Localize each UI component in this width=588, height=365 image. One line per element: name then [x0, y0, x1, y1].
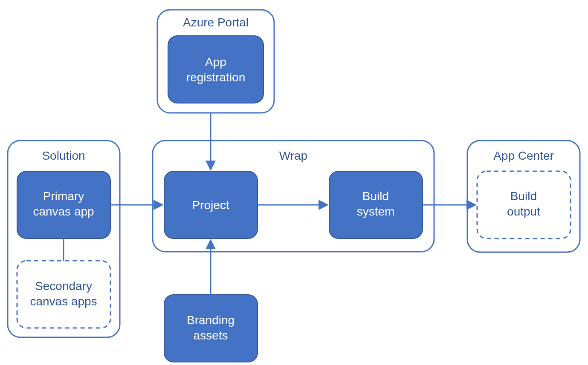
- group-solution-title: Solution: [42, 149, 85, 162]
- node-build-output-line1: Build: [510, 190, 537, 203]
- group-azure-portal-title: Azure Portal: [183, 16, 249, 29]
- group-app-center: App Center Build output: [467, 141, 580, 252]
- node-build-output: Build output: [477, 171, 571, 239]
- node-primary-line1: Primary: [43, 190, 84, 203]
- group-azure-portal: Azure Portal App registration: [157, 10, 274, 113]
- node-app-registration-line1: App: [205, 55, 226, 69]
- node-secondary-canvas-apps: Secondary canvas apps: [17, 261, 110, 328]
- node-branding-line2: assets: [194, 329, 228, 342]
- svg-rect-4: [17, 261, 110, 328]
- architecture-diagram: Azure Portal App registration Solution P…: [0, 0, 588, 365]
- group-wrap-title: Wrap: [279, 149, 307, 162]
- svg-rect-10: [164, 295, 258, 362]
- group-wrap: Wrap Project Build system: [153, 141, 434, 252]
- node-build-output-line2: output: [507, 205, 540, 218]
- node-project: Project: [164, 171, 258, 239]
- node-branding-assets: Branding assets: [164, 295, 258, 362]
- group-app-center-title: App Center: [493, 149, 554, 162]
- node-primary-line2: canvas app: [33, 205, 94, 218]
- node-secondary-line2: canvas apps: [30, 295, 97, 308]
- node-build-system-line1: Build: [362, 190, 389, 203]
- node-branding-line1: Branding: [187, 313, 235, 327]
- node-app-registration: App registration: [168, 36, 264, 103]
- node-secondary-line1: Secondary: [35, 279, 92, 293]
- node-build-system-line2: system: [357, 205, 395, 218]
- node-app-registration-line2: registration: [186, 71, 246, 84]
- svg-rect-1: [168, 36, 264, 103]
- node-build-system: Build system: [329, 171, 423, 239]
- node-primary-canvas-app: Primary canvas app: [17, 171, 110, 239]
- node-project-line1: Project: [192, 198, 229, 212]
